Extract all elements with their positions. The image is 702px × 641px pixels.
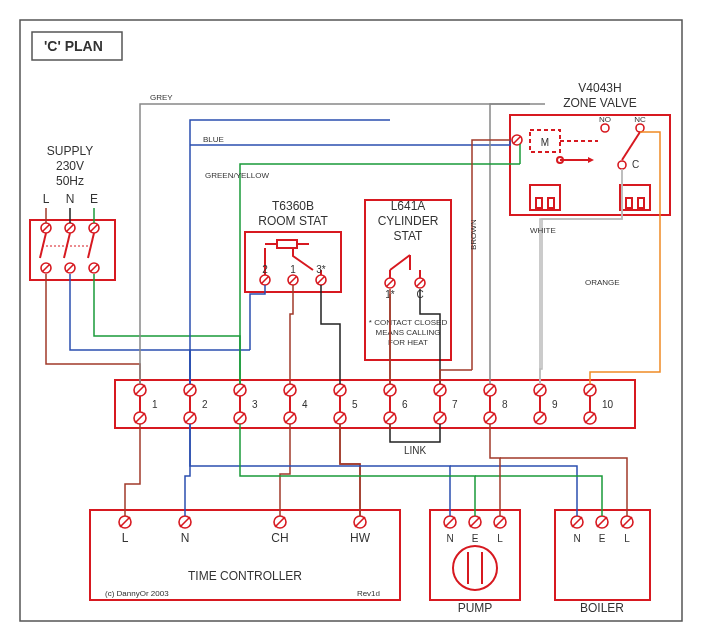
- svg-point-147: [453, 546, 497, 590]
- wire-N-to-pump: [190, 424, 450, 516]
- wire-jb4-roomstat1: [290, 285, 293, 384]
- supply-label-2: 230V: [56, 159, 84, 173]
- cylinder-stat-block: L641A CYLINDER STAT 1* C * CONTACT CLOSE…: [365, 199, 451, 360]
- svg-rect-54: [536, 198, 542, 208]
- svg-rect-55: [548, 198, 554, 208]
- supply-block: SUPPLY 230V 50Hz L N E: [30, 144, 115, 280]
- wire-jb1-tcL: [125, 424, 140, 516]
- boiler-label: BOILER: [580, 601, 624, 615]
- pump-block: N E L PUMP: [430, 510, 520, 615]
- wire-grey: [490, 104, 545, 384]
- boiler-block: N E L BOILER: [555, 510, 650, 615]
- svg-text:NO: NO: [599, 115, 611, 124]
- diagram-title: 'C' PLAN: [44, 38, 103, 54]
- link-label: LINK: [404, 445, 427, 456]
- svg-text:ORANGE: ORANGE: [585, 278, 620, 287]
- supply-L: L: [43, 192, 50, 206]
- cylstat-label-2: CYLINDER: [378, 214, 439, 228]
- svg-text:2: 2: [262, 264, 268, 275]
- svg-rect-58: [638, 198, 644, 208]
- svg-text:C: C: [632, 159, 639, 170]
- wire-supply-L: [46, 274, 140, 384]
- svg-text:E: E: [599, 533, 606, 544]
- svg-text:7: 7: [452, 399, 458, 410]
- wire-supply-N: [70, 274, 190, 384]
- svg-text:N: N: [181, 531, 190, 545]
- wire-gy-zv: [240, 144, 520, 384]
- wire-jb2-roomstat2: [190, 285, 265, 384]
- svg-text:L: L: [497, 533, 503, 544]
- svg-point-43: [601, 124, 609, 132]
- wire-jb5-hw: [340, 424, 390, 516]
- zone-valve-block: V4043H ZONE VALVE M NO NC C: [510, 81, 670, 215]
- svg-text:CH: CH: [271, 531, 288, 545]
- supply-N: N: [66, 192, 75, 206]
- svg-rect-53: [530, 185, 560, 210]
- cylstat-label-3: STAT: [394, 229, 424, 243]
- svg-text:N: N: [573, 533, 580, 544]
- wire-jb4-ch: [280, 424, 290, 516]
- wire-supply-E: [94, 274, 240, 384]
- svg-text:E: E: [472, 533, 479, 544]
- svg-text:Rev1d: Rev1d: [357, 589, 380, 598]
- svg-text:L: L: [624, 533, 630, 544]
- svg-text:9: 9: [552, 399, 558, 410]
- roomstat-label-1: T6360B: [272, 199, 314, 213]
- svg-line-11: [88, 233, 94, 258]
- svg-text:3*: 3*: [316, 264, 326, 275]
- wire-jb8-pumpL: [490, 424, 500, 516]
- svg-text:(c) DannyOr 2003: (c) DannyOr 2003: [105, 589, 169, 598]
- svg-text:4: 4: [302, 399, 308, 410]
- svg-text:3: 3: [252, 399, 258, 410]
- svg-text:2: 2: [202, 399, 208, 410]
- svg-text:N: N: [446, 533, 453, 544]
- svg-text:5: 5: [352, 399, 358, 410]
- wire-N-to-boiler: [450, 466, 577, 516]
- svg-text:MEANS CALLING: MEANS CALLING: [376, 328, 441, 337]
- cylstat-label-1: L641A: [391, 199, 426, 213]
- wire-orange: [590, 132, 660, 384]
- svg-text:8: 8: [502, 399, 508, 410]
- link-wire: [390, 424, 440, 442]
- svg-text:NC: NC: [634, 115, 646, 124]
- svg-text:BLUE: BLUE: [203, 135, 224, 144]
- svg-rect-57: [626, 198, 632, 208]
- pump-label: PUMP: [458, 601, 493, 615]
- svg-text:10: 10: [602, 399, 614, 410]
- svg-text:1: 1: [290, 264, 296, 275]
- svg-text:GREY: GREY: [150, 93, 173, 102]
- junction-box: 1 2 3 4 5 6: [115, 380, 635, 428]
- time-controller-block: L N CH HW TIME CONTROLLER (c) DannyOr 20…: [90, 510, 400, 600]
- svg-line-50: [622, 132, 640, 160]
- zv-label-2: ZONE VALVE: [563, 96, 637, 110]
- svg-text:GREEN/YELLOW: GREEN/YELLOW: [205, 171, 269, 180]
- svg-text:1: 1: [152, 399, 158, 410]
- svg-text:M: M: [541, 137, 549, 148]
- svg-text:WHITE: WHITE: [530, 226, 556, 235]
- svg-text:BROWN: BROWN: [469, 219, 478, 250]
- svg-text:6: 6: [402, 399, 408, 410]
- svg-text:L: L: [122, 531, 129, 545]
- supply-E: E: [90, 192, 98, 206]
- svg-point-45: [636, 124, 644, 132]
- wiring-diagram: 'C' PLAN SUPPLY 230V 50Hz L N E T6360B R…: [0, 0, 702, 641]
- wire-jb5-roomstat3: [321, 285, 340, 384]
- svg-text:* CONTACT CLOSED: * CONTACT CLOSED: [369, 318, 448, 327]
- wire-white: [540, 169, 622, 384]
- svg-text:FOR HEAT: FOR HEAT: [388, 338, 428, 347]
- roomstat-label-2: ROOM STAT: [258, 214, 328, 228]
- zv-label-1: V4043H: [578, 81, 621, 95]
- svg-point-47: [618, 161, 626, 169]
- supply-label-3: 50Hz: [56, 174, 84, 188]
- tc-label: TIME CONTROLLER: [188, 569, 302, 583]
- svg-text:HW: HW: [350, 531, 371, 545]
- supply-label-1: SUPPLY: [47, 144, 93, 158]
- room-stat-block: T6360B ROOM STAT 2 1 3*: [245, 199, 341, 292]
- wire-brown-zv: [472, 140, 510, 370]
- svg-rect-56: [620, 185, 650, 210]
